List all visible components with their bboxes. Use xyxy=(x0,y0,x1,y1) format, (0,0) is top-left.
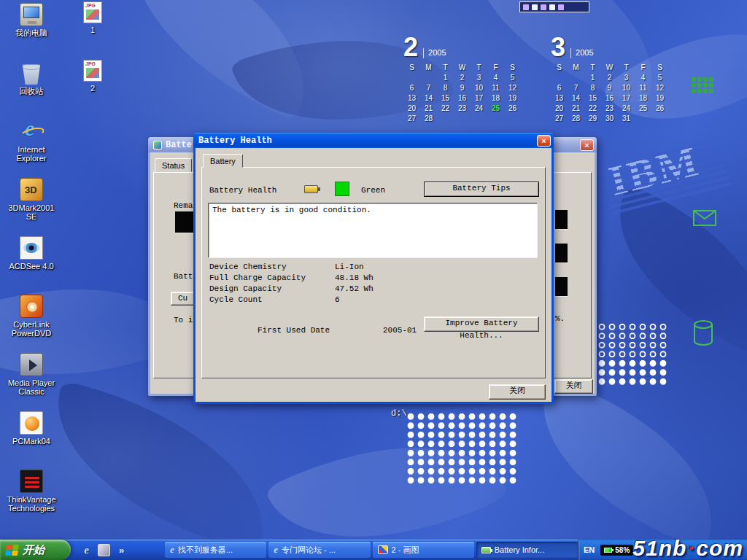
desktop-icon-label: 3DMark2001 SE xyxy=(3,203,60,221)
improve-battery-health-button[interactable]: Improve Battery Health... xyxy=(424,316,539,332)
calendar-day xyxy=(635,114,651,125)
calendar-day: 19 xyxy=(651,94,668,104)
calendar-day: 26 xyxy=(504,104,521,114)
battery-gauge xyxy=(555,277,568,297)
calendar-march: 32005 SMTWTFS123456789101112131415161718… xyxy=(551,36,668,125)
desktop-icon-label: 回收站 xyxy=(3,87,60,96)
desktop-icon-label: PCMark04 xyxy=(3,437,60,446)
desktop-icon-media-player-classic[interactable]: Media Player Classic xyxy=(3,351,60,410)
battery-health-dialog[interactable]: Battery Health × Battery Battery Health … xyxy=(193,133,554,404)
field-label: Device Chemistry xyxy=(209,262,335,271)
calendar-day: 21 xyxy=(568,104,584,114)
calendar-day: 25 xyxy=(635,104,651,114)
internet-explorer-icon xyxy=(20,120,43,143)
first-used-row: First Used Date2005-01 xyxy=(209,317,417,328)
desktop-icon-label: ACDSee 4.0 xyxy=(3,262,60,271)
desktop-icon-recycle-bin[interactable]: 回收站 xyxy=(3,60,60,118)
desktop-icon-acdsee-40[interactable]: ACDSee 4.0 xyxy=(3,235,60,293)
close-button[interactable]: 关闭 xyxy=(554,379,593,394)
taskbar-task-battery-information[interactable]: Battery Infor... xyxy=(476,542,578,558)
quick-launch-ie-icon[interactable]: e xyxy=(80,544,93,556)
dialog-body: Battery Battery Health Green Battery Tip… xyxy=(196,148,551,402)
desktop-icon-cyberlink-powerdvd[interactable]: CyberLink PowerDVD xyxy=(3,293,60,351)
calendar-day: 17 xyxy=(618,94,635,104)
desktop-icon-my-computer[interactable]: 我的电脑 xyxy=(3,1,60,60)
calendar-day: 7 xyxy=(568,84,584,94)
battery-gauge xyxy=(555,210,568,230)
taskbar-task-paint[interactable]: 2 - 画图 xyxy=(373,542,474,558)
ie-icon: e xyxy=(274,545,278,555)
grid-icon[interactable] xyxy=(549,4,555,10)
desktop-icon-label: 1 xyxy=(64,26,121,34)
calendar-day xyxy=(568,74,584,84)
calendar-day: 23 xyxy=(601,104,618,114)
calendar-day: 8 xyxy=(584,84,601,94)
taskbar-task-ie-forum[interactable]: e专门网论坛 - ... xyxy=(268,542,370,558)
calendar-day: 6 xyxy=(403,84,420,94)
calendar-day: 12 xyxy=(504,84,521,94)
calendar-year: 2005 xyxy=(423,48,446,58)
health-color-swatch xyxy=(335,182,349,196)
desktop-icon-jpg-1[interactable]: 1 xyxy=(64,0,121,58)
battery-icon xyxy=(604,548,612,553)
taskbar-task-ie-server-not-found[interactable]: e找不到服务器... xyxy=(165,542,266,558)
desktop-icon-label: Media Player Classic xyxy=(3,378,60,396)
system-mini-toolbar[interactable] xyxy=(519,1,589,12)
speaker-icon[interactable] xyxy=(532,4,538,10)
field-label: Full Charge Capacity xyxy=(209,273,335,282)
calendar-day-header: T xyxy=(584,63,601,74)
calendar-day-header: T xyxy=(618,63,635,74)
first-used-label: First Used Date xyxy=(258,326,383,335)
field-value: Li-Ion xyxy=(335,262,364,271)
calendar-day-header: F xyxy=(487,63,504,74)
language-indicator[interactable]: EN xyxy=(584,545,595,554)
desktop-icon-label: CyberLink PowerDVD xyxy=(3,320,60,338)
battery-tray-indicator[interactable]: 58% xyxy=(600,545,633,556)
notes-icon[interactable] xyxy=(558,4,564,10)
start-button[interactable]: 开始 xyxy=(0,540,71,560)
calendar-day-header: W xyxy=(454,63,471,74)
calendar-day-header: M xyxy=(420,63,437,74)
close-icon[interactable]: × xyxy=(537,135,551,147)
drag-handle-icon[interactable] xyxy=(523,4,529,10)
desktop-icon-jpg-2[interactable]: 2 xyxy=(64,58,121,117)
dots-pattern xyxy=(597,322,668,359)
calendar-day: 27 xyxy=(403,114,420,125)
desktop-icon-3dmark2001-se[interactable]: 3DMark2001 SE xyxy=(3,176,60,235)
calendar-day: 10 xyxy=(471,84,487,94)
calendar-day: 23 xyxy=(454,104,471,114)
battery-percent: 58% xyxy=(615,546,630,554)
calendar-day: 19 xyxy=(504,94,521,104)
dots-pattern xyxy=(597,359,668,386)
calendar-day: 16 xyxy=(454,94,471,104)
battery-icon xyxy=(481,547,491,553)
desktop-icon-label: 我的电脑 xyxy=(3,28,60,37)
calendar-day: 10 xyxy=(618,84,635,94)
close-icon[interactable]: × xyxy=(580,139,594,151)
battery-app-icon xyxy=(153,141,162,149)
tab-status[interactable]: Status xyxy=(155,158,192,172)
desktop-icon-pcmark04[interactable]: PCMark04 xyxy=(3,410,60,468)
tab-battery[interactable]: Battery xyxy=(203,154,243,168)
calendar-day-header: F xyxy=(635,63,651,74)
calendar-day xyxy=(487,114,504,125)
quick-launch-more-icon[interactable]: » xyxy=(115,544,128,556)
battery-tips-button[interactable]: Battery Tips xyxy=(424,182,539,197)
calendar-day: 3 xyxy=(471,74,487,84)
battery-field-row: Cycle Count6 xyxy=(209,295,374,306)
calendar-day: 22 xyxy=(437,104,454,114)
close-button[interactable]: 关闭 xyxy=(489,384,546,400)
calendar-february: 22005 SMTWTFS123456789101112131415161718… xyxy=(403,36,521,125)
display-icon[interactable] xyxy=(541,4,546,10)
desktop-icon-thinkvantage-technologies[interactable]: ThinkVantage Technologies xyxy=(3,468,60,526)
battery-health-label: Battery Health xyxy=(209,186,276,195)
condition-textbox[interactable]: The battery is in good condition. xyxy=(208,203,538,258)
calendar-day: 21 xyxy=(420,104,437,114)
quick-launch-player-icon[interactable] xyxy=(98,544,110,556)
calendar-day: 17 xyxy=(471,94,487,104)
calendar-day: 24 xyxy=(618,104,635,114)
pcmark04-icon xyxy=(20,411,43,435)
desktop-icon-internet-explorer[interactable]: Internet Explorer xyxy=(3,118,60,176)
dialog-titlebar[interactable]: Battery Health × xyxy=(193,133,554,148)
start-label: 开始 xyxy=(23,543,44,557)
